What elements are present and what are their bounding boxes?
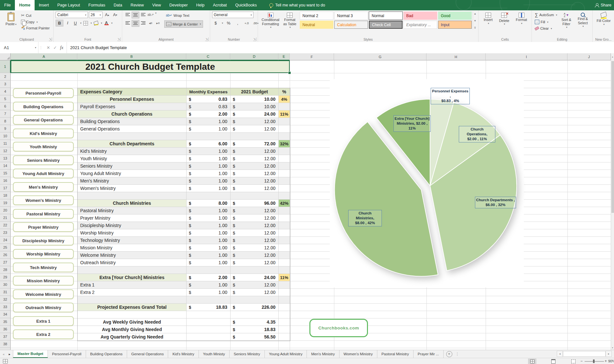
sidebar-button-pastoral-ministry[interactable]: Pastoral Ministry [13,209,74,219]
row-header-3[interactable]: 3 [0,80,11,88]
sidebar-button-prayer-ministry[interactable]: Prayer Ministry [13,222,74,232]
budget-cell[interactable]: $12.00 [231,148,279,155]
sidebar-button-seniors-ministry[interactable]: Seniors Ministry [13,155,74,165]
percent-style-icon[interactable]: % [225,20,232,26]
sidebar-button-extra-1[interactable]: Extra 1 [13,316,74,326]
sidebar-button-women-s-ministry[interactable]: Women's Ministry [13,195,74,205]
menu-tab-file[interactable]: File [0,0,15,10]
percent-cell[interactable] [279,177,290,185]
pie-chart-svg[interactable] [330,79,524,287]
percent-cell[interactable] [279,281,290,289]
row-header-33[interactable]: 33 [0,303,11,311]
middle-align-icon[interactable] [132,12,139,18]
empty-cell[interactable] [187,311,231,318]
sheet-tab-pastoral-ministry[interactable]: Pastoral Ministry [377,350,414,358]
monthly-expense-cell[interactable]: $2.00 [187,274,231,281]
column-header-H[interactable]: H [426,53,486,60]
new-sheet-button[interactable]: + [446,351,452,357]
avg-giving-label[interactable]: Avg Weekly Giving Needed [78,318,187,326]
scroll-up-icon[interactable]: ▴ [611,53,614,60]
budget-cell[interactable]: $12.00 [231,252,279,259]
sheet-tab-women-s-ministry[interactable]: Women's Ministry [339,350,377,358]
row-header-36[interactable]: 36 [0,326,11,333]
budget-cell[interactable]: $12.00 [231,229,279,237]
hscroll-right-icon[interactable]: ▸ [606,351,612,357]
row-header-6[interactable]: 6 [0,103,11,110]
percent-cell[interactable] [279,170,290,177]
row-header-38[interactable]: 38 [0,340,11,348]
percent-cell[interactable] [279,214,290,222]
menu-tab-help[interactable]: Help [192,0,209,10]
format-as-table-button[interactable]: Format as Table▾ [281,12,298,36]
pie-data-label-church-departments[interactable]: Church Departments ,$6.00 , 32% [475,197,516,208]
comma-style-icon[interactable]: , [234,20,241,26]
empty-cell[interactable] [231,266,279,274]
style-chip-good[interactable]: Good [438,12,472,20]
budget-cell[interactable]: $96.00 [231,200,279,207]
sidebar-button-building-operations[interactable]: Building Operations [13,102,74,111]
expense-item-label[interactable]: General Operations [78,125,187,133]
percent-cell[interactable] [279,304,290,311]
cancel-icon[interactable]: ✕ [47,45,50,50]
sidebar-button-outreach-ministry[interactable]: Outreach Ministry [13,303,74,312]
formula-input[interactable]: 2021 Church Budget Template [67,42,127,53]
row-header-9[interactable]: 9 [0,125,11,132]
row-header-37[interactable]: 37 [0,333,11,340]
row-header-26[interactable]: 26 [0,251,11,259]
font-size-combo[interactable]: 26▾ [89,12,102,18]
empty-cell[interactable] [78,311,187,318]
expense-item-label[interactable]: Kid's Ministry [78,148,187,155]
sheet-tab-personnel-payroll[interactable]: Personnel-Payroll [48,350,86,358]
budget-cell[interactable]: $12.00 [231,289,279,296]
style-chip-bad[interactable]: Bad [404,12,437,20]
sidebar-button-personnel-payroll[interactable]: Personnel-Payroll [13,88,74,98]
page-break-view-button[interactable] [569,359,577,364]
column-header-A[interactable]: A [11,53,77,60]
menu-tab-review[interactable]: Review [126,0,148,10]
gallery-scroll[interactable]: ▲▼⊽ [473,12,477,29]
format-cells-button[interactable]: Format▾ [514,12,529,36]
expense-item-label[interactable]: Worship Ministry [78,229,187,237]
pie-data-label-personnel-expenses[interactable]: Personnel Expenses ,$0.83 , 4% [431,88,470,104]
row-header-7[interactable]: 7 [0,110,11,118]
budget-cell[interactable]: $12.00 [231,185,279,192]
expense-item-label[interactable]: Prayer Ministry [78,214,187,222]
row-header-19[interactable]: 19 [0,199,11,207]
page-layout-view-button[interactable] [549,359,557,364]
avg-giving-value-cell[interactable]: $18.83 [231,326,279,333]
merge-center-button[interactable]: ↔Merge & Center▾ [164,20,203,28]
clipboard-dialog-launcher[interactable]: ↘ [49,37,52,41]
bottom-align-icon[interactable] [140,12,147,18]
sheet-tab-seniors-ministry[interactable]: Seniors Ministry [230,350,265,358]
empty-cell[interactable] [231,296,279,304]
budget-cell[interactable]: $12.00 [231,222,279,229]
row-header-14[interactable]: 14 [0,162,11,170]
expense-item-label[interactable]: Seniors Ministry [78,162,187,170]
shrink-font-button[interactable]: A▾ [112,12,119,18]
sidebar-button-general-operations[interactable]: General Operations [13,115,74,125]
tab-scroll-right-icon[interactable]: ▸ [9,352,10,356]
sidebar-button-youth-ministy[interactable]: Youth Ministy [13,142,74,151]
expense-item-label[interactable]: Youth Ministy [78,155,187,162]
number-dialog-launcher[interactable]: ↘ [253,37,256,41]
budget-cell[interactable]: $24.00 [231,274,279,281]
sheet-tab-young-adult-ministry[interactable]: Young Adult Ministry [265,350,307,358]
style-chip-normal[interactable]: Normal [369,12,403,20]
expense-item-label[interactable]: Welcome Ministry [78,252,187,259]
row-header-11[interactable]: 11 [0,140,11,147]
increase-indent-icon[interactable]: ▸≡ [155,20,162,26]
budget-cell[interactable]: $10.00 [231,96,279,103]
macro-record-icon[interactable] [3,359,8,363]
budget-cell[interactable]: $12.00 [231,125,279,133]
borders-button[interactable] [82,20,89,26]
conditional-formatting-button[interactable]: Conditional Formatting▾ [260,12,281,36]
empty-cell[interactable] [279,133,290,140]
sort-filter-button[interactable]: AZ▼ Sort & Filter▾ [558,12,575,36]
budget-cell[interactable]: $12.00 [231,155,279,162]
sheet-title-cell[interactable]: 2021 Church Budget Template [11,60,290,73]
sheet-tab-kid-s-ministry[interactable]: Kid's Ministry [168,350,199,358]
budget-cell[interactable]: $12.00 [231,177,279,185]
style-chip-calculation[interactable]: Calculation [334,21,368,29]
sidebar-button-welcome-ministry[interactable]: Welcome Ministry [13,289,74,299]
column-header-B[interactable]: B [77,53,186,60]
